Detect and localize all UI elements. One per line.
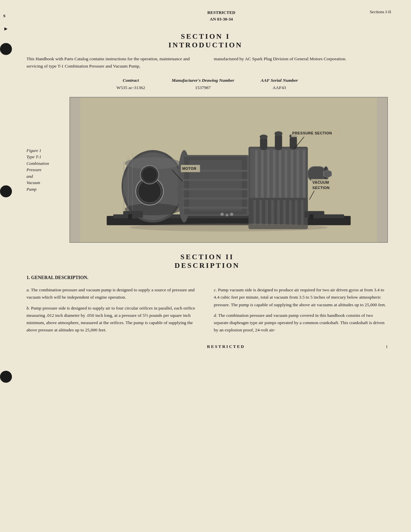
svg-rect-20 (182, 188, 248, 190)
serial-number-label: AAF Serial Number (261, 77, 298, 84)
figure-caption-line4: Pressure (26, 167, 66, 173)
section2-title: SECTION II DESCRIPTION (26, 253, 388, 270)
svg-text:PRESSURE SECTION: PRESSURE SECTION (292, 131, 332, 135)
para-b-text: Pump pressure side is designed to supply… (26, 306, 195, 333)
svg-rect-35 (253, 200, 256, 225)
svg-rect-37 (265, 200, 268, 225)
intro-col-right: manufactured by AC Spark Plug Division o… (214, 55, 388, 70)
svg-rect-41 (289, 200, 292, 225)
section2-col-left: a. The combination pressure and vacuum p… (26, 286, 201, 337)
para-c: c. Pump vacuum side is designed to produ… (214, 286, 388, 309)
page-header: RESTRICTED AN 03-30-34 Sections I-II (0, 0, 411, 22)
contract-info: Contract W535 ac-31362 Manufacturer's Dr… (26, 77, 388, 90)
section2-title-line1: SECTION II (26, 253, 388, 261)
svg-rect-40 (283, 200, 286, 225)
restricted-header-label: RESTRICTED (207, 9, 235, 16)
section1-content: This Handbook with Parts Catalog contain… (0, 55, 411, 243)
para-d-text: The combination pressure and vacuum pump… (214, 313, 385, 333)
drawing-number-label: Manufacturer's Drawing Number (172, 77, 234, 84)
svg-rect-22 (182, 207, 248, 209)
footer-restricted-label: RESTRICTED (207, 344, 245, 349)
svg-rect-56 (309, 214, 313, 219)
figure-caption-line6: Vacuum (26, 179, 66, 186)
margin-circle-3 (0, 371, 12, 383)
svg-rect-36 (259, 200, 262, 225)
header-sections: Sections I-II (370, 9, 391, 15)
footer-page-number: 1 (386, 344, 388, 349)
para-c-text: Pump vacuum side is designed to produce … (214, 287, 386, 307)
margin-circle-2 (0, 185, 12, 197)
section1-title-line2: INTRODUCTION (0, 41, 411, 49)
intro-col-left: This Handbook with Parts Catalog contain… (26, 55, 201, 70)
para-a-text: The combination pressure and vacuum pump… (26, 287, 194, 300)
para-c-label: c. (214, 287, 217, 292)
para-d: d. The combination pressure and vacuum p… (214, 312, 388, 334)
page: s ► RESTRICTED AN 03-30-34 Sections I-II… (0, 0, 411, 532)
svg-rect-21 (182, 198, 248, 200)
figure1-image: MOTOR PRESSURE SECTION VACUUM SECTION (70, 97, 388, 243)
pump-svg: MOTOR PRESSURE SECTION VACUUM SECTION (70, 97, 387, 242)
para-a-label: a. (26, 287, 30, 292)
svg-rect-43 (301, 200, 304, 225)
figure-caption-line2: Type T-1 (26, 154, 66, 160)
svg-point-58 (226, 214, 229, 216)
para-a: a. The combination pressure and vacuum p… (26, 286, 201, 301)
doc-number: AN 03-30-34 (207, 16, 235, 23)
contract-value: W535 ac-31362 (117, 85, 145, 90)
svg-point-11 (142, 168, 157, 182)
figure-caption-line1: Figure 1 (26, 147, 66, 154)
section1-title: SECTION I INTRODUCTION (0, 32, 411, 49)
drawing-number-col: Manufacturer's Drawing Number 1537987 (172, 77, 234, 90)
svg-text:MOTOR: MOTOR (182, 167, 196, 170)
margin-symbol-2: ► (3, 26, 9, 32)
drawing-number-value: 1537987 (172, 85, 234, 90)
sections-label: Sections I-II (370, 9, 391, 14)
contract-label: Contract (117, 77, 145, 84)
intro-text: This Handbook with Parts Catalog contain… (26, 55, 388, 70)
svg-rect-39 (277, 200, 280, 225)
para-b-label: b. (26, 306, 30, 311)
section2-title-line2: DESCRIPTION (26, 261, 388, 270)
section2-col-right: c. Pump vacuum side is designed to produ… (214, 286, 388, 337)
svg-rect-38 (271, 200, 274, 225)
svg-rect-19 (182, 179, 248, 181)
svg-rect-55 (304, 211, 324, 218)
figure-caption-line5: and (26, 173, 66, 180)
svg-text:VACUUM: VACUUM (312, 180, 329, 184)
svg-point-59 (230, 213, 233, 216)
figure-caption-line7: Pump (26, 186, 66, 193)
margin-circle-1 (0, 43, 12, 55)
header-doc-info: RESTRICTED AN 03-30-34 (207, 9, 235, 22)
intro-text-left: This Handbook with Parts Catalog contain… (26, 56, 190, 69)
contract-col: Contract W535 ac-31362 (117, 77, 145, 90)
serial-number-value: AAF43 (261, 85, 298, 90)
svg-point-70 (130, 223, 328, 231)
page-number: 1 (386, 344, 388, 349)
figure-caption-line3: Combination (26, 160, 66, 167)
svg-rect-53 (123, 211, 143, 218)
section2-content: SECTION II DESCRIPTION 1. GENERAL DESCRI… (0, 253, 411, 337)
serial-number-col: AAF Serial Number AAF43 (261, 77, 298, 90)
svg-point-47 (275, 131, 283, 136)
general-desc-header: 1. GENERAL DESCRIPTION. (26, 275, 388, 280)
footer-restricted: RESTRICTED (207, 344, 245, 349)
svg-rect-46 (275, 134, 282, 150)
section1-title-line1: SECTION I (0, 32, 411, 41)
para-b: b. Pump pressure side is designed to sup… (26, 305, 201, 334)
figure1-caption: Figure 1 Type T-1 Combination Pressure a… (26, 147, 66, 193)
svg-marker-52 (324, 170, 332, 178)
page-footer: RESTRICTED 1 (0, 341, 411, 356)
svg-text:SECTION: SECTION (312, 186, 330, 190)
margin-symbol-1: s (3, 13, 5, 19)
para-d-label: d. (214, 313, 217, 318)
svg-rect-54 (128, 214, 132, 219)
svg-rect-42 (295, 200, 298, 225)
svg-point-57 (221, 213, 224, 216)
subsection-header-text: 1. GENERAL DESCRIPTION. (26, 275, 88, 280)
intro-text-right: manufactured by AC Spark Plug Division o… (214, 56, 346, 61)
figure1-container: Figure 1 Type T-1 Combination Pressure a… (26, 97, 388, 243)
section2-two-col: a. The combination pressure and vacuum p… (26, 286, 388, 337)
svg-point-45 (260, 135, 268, 139)
